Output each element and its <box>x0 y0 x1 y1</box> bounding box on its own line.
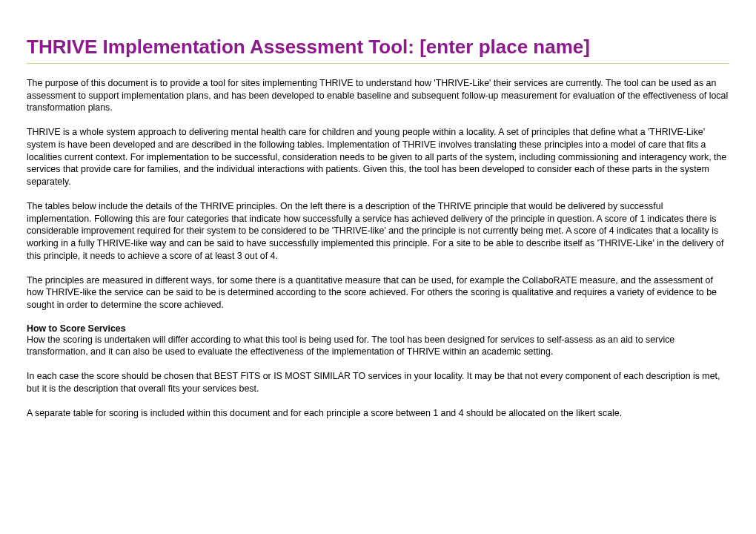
scoring-paragraph-1: How the scoring is undertaken will diffe… <box>27 334 729 358</box>
page-title: THRIVE Implementation Assessment Tool: [… <box>27 36 729 59</box>
scoring-paragraph-2: In each case the score should be chosen … <box>27 370 729 395</box>
intro-paragraph-4: The principles are measured in different… <box>27 274 729 312</box>
title-divider <box>27 63 729 64</box>
scoring-subheading: How to Score Services <box>27 323 729 334</box>
intro-paragraph-1: The purpose of this document is to provi… <box>27 77 729 114</box>
intro-paragraph-2: THRIVE is a whole system approach to del… <box>27 126 729 188</box>
scoring-paragraph-3: A separate table for scoring is included… <box>27 407 729 420</box>
intro-paragraph-3: The tables below include the details of … <box>27 200 729 263</box>
